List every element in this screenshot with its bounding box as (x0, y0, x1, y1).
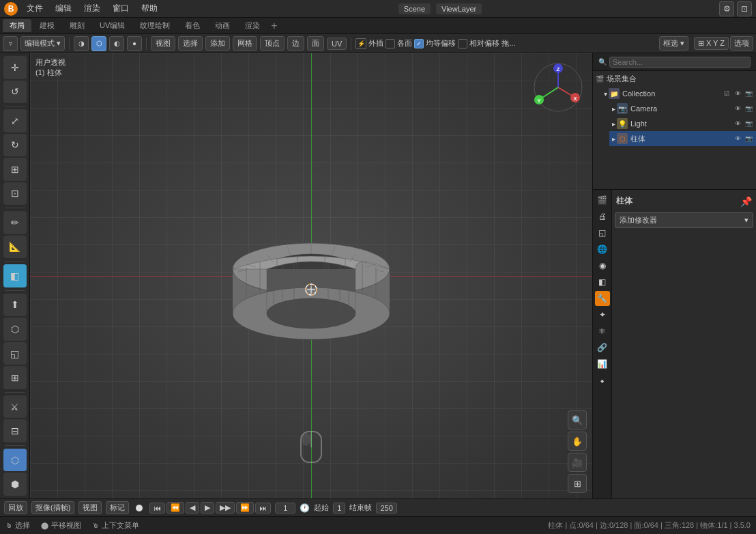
tool-rotate-view[interactable]: ↺ (3, 81, 27, 104)
tab-texture-paint[interactable]: 纹理绘制 (133, 19, 177, 32)
checkbox-kakumian[interactable] (386, 39, 395, 48)
edge-menu[interactable]: 边 (287, 36, 304, 51)
start-frame-input[interactable]: 1 (333, 503, 345, 514)
add-modifier-btn[interactable]: 添加修改器 ▾ (615, 212, 753, 228)
uv-menu[interactable]: UV (327, 38, 347, 50)
viewport-shading-material[interactable]: ◐ (109, 36, 124, 51)
tool-scale[interactable]: ⊞ (3, 158, 27, 181)
prop-view-layer-tab[interactable]: ◱ (595, 225, 610, 240)
outliner-light[interactable]: ▸ 💡 Light 👁 📷 (609, 116, 756, 131)
tool-cursor[interactable]: ✛ (3, 56, 27, 79)
prop-physics-tab[interactable]: ⚛ (595, 324, 610, 339)
tab-rendering[interactable]: 渲染 (238, 19, 267, 32)
menu-edit[interactable]: 编辑 (52, 1, 75, 16)
tool-knife[interactable]: ⚔ (3, 395, 27, 419)
light-vis1[interactable]: 👁 (733, 119, 742, 128)
tool-bevel[interactable]: ◱ (3, 342, 27, 365)
prop-scene-tab[interactable]: 🌐 (595, 242, 610, 257)
cyl-vis1[interactable]: 👁 (733, 134, 742, 143)
outliner-collection[interactable]: ▾ 📁 Collection ☑ 👁 📷 (601, 86, 756, 101)
checkbox-relative[interactable] (458, 39, 467, 48)
prop-constraints-tab[interactable]: 🔗 (595, 340, 610, 355)
prop-modifier-tab[interactable]: 🔧 (595, 291, 610, 306)
scene-name[interactable]: Scene (398, 3, 431, 14)
prop-output-tab[interactable]: 🖨 (595, 209, 610, 224)
checkbox-even[interactable]: ✓ (414, 39, 424, 48)
engine-btn[interactable]: ⚙ (719, 1, 734, 16)
prev-keyframe-btn[interactable]: ⏪ (166, 502, 184, 514)
vis-render[interactable]: 📷 (744, 89, 753, 98)
prev-frame-btn[interactable]: ◀ (186, 502, 199, 514)
timeline-playback-menu[interactable]: 回放 (4, 501, 27, 514)
tool-measure[interactable]: 📐 (3, 236, 27, 259)
next-keyframe-btn[interactable]: ⏩ (236, 502, 254, 514)
prop-data-tab[interactable]: 📊 (595, 356, 610, 371)
prop-material-tab[interactable]: ⬥ (595, 373, 610, 388)
prop-pin-icon[interactable]: 📌 (740, 196, 752, 207)
tab-modeling[interactable]: 建模 (33, 19, 61, 32)
viewport-3d[interactable]: Z X Y 用户透视 (1) 柱体 🔍 ✋ (30, 53, 592, 498)
prop-render-tab[interactable]: 🎬 (595, 193, 610, 208)
tab-animation[interactable]: 动画 (208, 19, 237, 32)
tool-rotate[interactable]: ↻ (3, 134, 27, 157)
tool-poly[interactable]: ⬢ (3, 473, 27, 496)
xyz-toggle[interactable]: ⊞ X Y Z (694, 37, 729, 50)
viewport-shading-render[interactable]: ● (127, 36, 142, 51)
fullscreen-btn[interactable]: ⊡ (737, 1, 752, 16)
tab-shading[interactable]: 着色 (178, 19, 207, 32)
play-btn[interactable]: ▶ (201, 502, 214, 514)
camera-btn[interactable]: 🎥 (568, 453, 587, 472)
tool-move[interactable]: ⤢ (3, 109, 27, 132)
tool-loop-cut[interactable]: ⊞ (3, 366, 27, 389)
add-menu[interactable]: 添加 (205, 36, 230, 51)
tool-active[interactable]: ⬡ (3, 449, 27, 472)
tool-extrude[interactable]: ⬆ (3, 294, 27, 317)
viewport-canvas[interactable]: Z X Y 用户透视 (1) 柱体 🔍 ✋ (30, 53, 592, 498)
current-frame-input[interactable]: 1 (275, 503, 295, 514)
outliner-camera[interactable]: ▸ 📷 Camera 👁 📷 (609, 101, 756, 116)
grid-toggle-btn[interactable]: ⊞ (568, 474, 587, 493)
prop-particles-tab[interactable]: ✦ (595, 307, 610, 322)
view-menu[interactable]: 视图 (151, 36, 175, 51)
tool-annotate[interactable]: ✏ (3, 211, 27, 234)
tool-transform[interactable]: ⊡ (3, 182, 27, 206)
skip-last-btn[interactable]: ⏭ (255, 503, 271, 514)
face-menu[interactable]: 面 (307, 36, 324, 51)
cam-vis1[interactable]: 👁 (733, 104, 742, 113)
menu-help[interactable]: 帮助 (138, 1, 161, 16)
snapping-toggle[interactable]: ⚡ (355, 38, 366, 49)
outliner-search[interactable] (609, 57, 751, 68)
view-layer-name[interactable]: ViewLayer (436, 3, 482, 14)
edit-mode-dropdown[interactable]: 编辑模式 ▾ (20, 36, 65, 51)
navigation-gizmo[interactable]: Z X Y (531, 60, 585, 115)
timeline-capture-menu[interactable]: 抠像(插帧) (31, 501, 74, 514)
tool-bisect[interactable]: ⊟ (3, 419, 27, 442)
pan-btn[interactable]: ✋ (568, 432, 587, 451)
tool-add-cube[interactable]: ◧ (3, 264, 27, 287)
vis-eye[interactable]: 👁 (733, 89, 742, 98)
cam-vis2[interactable]: 📷 (744, 104, 753, 113)
mode-icon-btn[interactable]: ▿ (3, 36, 18, 51)
zoom-in-btn[interactable]: 🔍 (568, 410, 587, 430)
next-frame-btn[interactable]: ▶▶ (216, 502, 235, 514)
prop-object-tab[interactable]: ◧ (595, 275, 610, 290)
outliner-cylinder[interactable]: ▸ ⬡ 柱体 👁 📷 (609, 131, 756, 146)
end-frame-input[interactable]: 250 (376, 503, 396, 514)
proportional-edit-dropdown[interactable]: 框选 ▾ (659, 36, 688, 51)
vertex-menu[interactable]: 顶点 (260, 36, 285, 51)
viewport-shading-solid[interactable]: ◑ (74, 36, 89, 51)
menu-window[interactable]: 窗口 (109, 1, 132, 16)
skip-first-btn[interactable]: ⏮ (149, 503, 165, 514)
viewport-shading-wire[interactable]: ⬡ (91, 36, 106, 51)
vis-checkbox[interactable]: ☑ (722, 89, 731, 98)
menu-file[interactable]: 文件 (23, 1, 46, 16)
add-workspace-btn[interactable]: + (271, 20, 277, 32)
outliner-scene-collection[interactable]: 🎬 场景集合 (593, 71, 756, 86)
options-btn[interactable]: 选项 (730, 36, 753, 51)
tab-layout[interactable]: 布局 (3, 19, 31, 32)
select-menu[interactable]: 选择 (178, 36, 203, 51)
tool-inset[interactable]: ⬡ (3, 318, 27, 341)
timeline-marker-menu[interactable]: 标记 (106, 501, 129, 514)
prop-world-tab[interactable]: ◉ (595, 258, 610, 273)
tab-sculpt[interactable]: 雕刻 (63, 19, 91, 32)
